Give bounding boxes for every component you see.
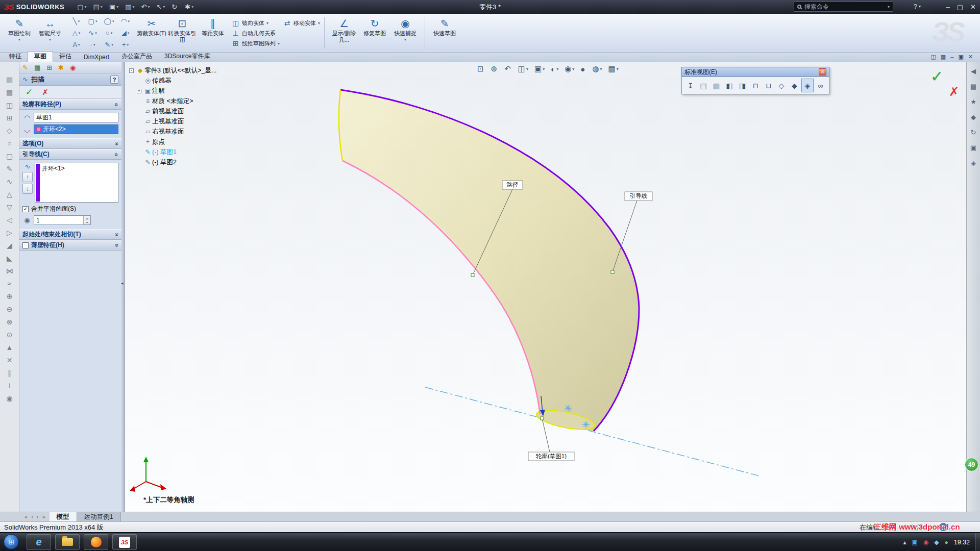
tree-item[interactable]: ◎ 传感器 <box>137 76 216 86</box>
tree-item[interactable]: ✎ (-) 草图1 <box>137 147 216 157</box>
taskpane-tab-icon[interactable]: ◆ <box>971 113 976 121</box>
new-icon[interactable]: ▢▾ <box>75 3 89 11</box>
path-curve-edge[interactable] <box>342 161 540 414</box>
tree-item[interactable]: ▱ 右视基准面 <box>137 127 216 137</box>
view-orientation-icon[interactable]: ▣▾ <box>534 64 545 73</box>
tab-nav-arrow[interactable]: ‹ <box>31 514 33 520</box>
left-toolbar-icon[interactable]: ◫ <box>6 101 13 109</box>
guide-callout[interactable]: 引导线 <box>625 192 652 201</box>
sketch-tool-icon[interactable]: ▢▾ <box>85 16 101 27</box>
collapse-icon[interactable]: « <box>113 103 120 106</box>
viewport[interactable]: 路径 引导线 轮廓(草图1) - ◆ 零件3 (默认<<默认>_显... <box>125 62 966 512</box>
section-tangency[interactable]: 起始处/结束处相切(T) « <box>19 229 121 240</box>
viewport-split-icon[interactable]: ◫ <box>930 54 936 60</box>
tray-app-red-icon[interactable]: ◉ <box>923 539 928 546</box>
search-dropdown-icon[interactable]: ▾ <box>888 5 890 9</box>
view-settings-icon[interactable]: ▦▾ <box>608 64 619 73</box>
view-orientation-button[interactable]: ⊓ <box>749 79 761 92</box>
pm-tab-icon[interactable]: ◉ <box>70 64 76 71</box>
taskpane-tab-icon[interactable]: ▤ <box>970 83 976 90</box>
taskpane-tab-icon[interactable]: ◈ <box>971 159 976 167</box>
pm-tab-icon[interactable]: ✱ <box>58 64 64 71</box>
tab-nav-arrow[interactable]: » <box>42 514 45 520</box>
close-icon[interactable]: ✕ <box>819 68 826 76</box>
quick-snaps-button[interactable]: ◉快速捕捉▾ <box>390 15 421 51</box>
expand-box-icon[interactable]: - <box>129 68 134 73</box>
command-tab[interactable]: 3DSource零件库 <box>158 52 216 62</box>
left-toolbar-icon[interactable]: ◉ <box>6 394 12 403</box>
guide-curve-list[interactable]: 开环<1> <box>35 163 118 203</box>
left-toolbar-icon[interactable]: ○ <box>7 139 11 147</box>
network-icon[interactable]: ◆ <box>934 539 939 546</box>
view-orientation-button[interactable]: ◆ <box>789 79 800 92</box>
view-orientation-button[interactable]: ◧ <box>723 79 735 92</box>
open-icon[interactable]: ▤▾ <box>91 3 105 11</box>
tab-nav-arrow[interactable]: « <box>24 514 28 520</box>
view-orientation-button[interactable]: ▤ <box>697 79 709 92</box>
section-view-icon[interactable]: ◫▾ <box>518 64 528 73</box>
cancel-button[interactable]: ✗ <box>42 88 48 97</box>
left-toolbar-icon[interactable]: ⊖ <box>7 305 13 313</box>
taskpane-tab-icon[interactable]: ↻ <box>971 129 976 136</box>
close-doc-icon[interactable]: ✕ <box>968 54 973 60</box>
help-button[interactable]: ?▾ <box>914 3 921 10</box>
pm-tab-icon[interactable]: ▦ <box>34 64 40 71</box>
sketch-tool-icon[interactable]: ✎▾ <box>101 39 117 51</box>
save-icon[interactable]: ▣▾ <box>107 3 121 11</box>
move-down-button[interactable]: ↓ <box>22 184 33 194</box>
left-toolbar-icon[interactable]: ◇ <box>7 127 12 135</box>
document-tab[interactable]: 模型 <box>50 512 77 521</box>
repair-sketch-button[interactable]: ↻修复草图 <box>359 15 390 51</box>
view-orientation-button[interactable]: ↧ <box>684 79 696 92</box>
command-tab[interactable]: 评估 <box>53 52 78 62</box>
confirm-ok-button[interactable]: ✓ <box>930 67 943 85</box>
explorer-taskbar-button[interactable] <box>55 534 80 550</box>
left-toolbar-icon[interactable]: ▲ <box>6 343 13 352</box>
thin-feature-checkbox[interactable] <box>22 242 29 248</box>
display-delete-relations-button[interactable]: ∠显示/删除几... <box>329 15 359 51</box>
pm-tab-icon[interactable]: ⊞ <box>46 64 52 71</box>
left-toolbar-icon[interactable]: ✕ <box>7 356 13 364</box>
left-toolbar-icon[interactable]: △ <box>7 190 12 198</box>
profile-ellipse[interactable] <box>535 407 596 433</box>
tab-nav-arrow[interactable]: › <box>37 514 39 520</box>
tree-item[interactable]: ▱ 前视基准面 <box>137 106 216 116</box>
sketch-tool-icon[interactable]: ◯▾ <box>101 16 117 27</box>
left-toolbar-icon[interactable]: ≈ <box>8 280 12 288</box>
left-toolbar-icon[interactable]: ✎ <box>7 165 13 173</box>
minimize-doc-icon[interactable]: – <box>950 54 953 60</box>
auto-relations-button[interactable]: ⊥自动几何关系 <box>231 29 280 37</box>
offset-entities-button[interactable]: ∥等距实体 <box>198 15 228 51</box>
command-tab[interactable]: 草图 <box>28 51 53 62</box>
sketch-tool-icon[interactable]: ◢▾ <box>117 28 133 39</box>
left-toolbar-icon[interactable]: ▷ <box>7 229 12 237</box>
maximize-button[interactable]: ▢ <box>957 3 963 11</box>
show-desktop-button[interactable] <box>975 533 980 551</box>
ok-button[interactable]: ✓ <box>26 87 33 97</box>
view-orientation-button[interactable]: ∞ <box>815 79 826 92</box>
spinner-arrows[interactable]: ▴▾ <box>83 216 90 224</box>
guide-curve-edge[interactable] <box>340 90 639 431</box>
left-toolbar-icon[interactable]: ◣ <box>7 254 12 262</box>
left-toolbar-icon[interactable]: ⊙ <box>7 331 13 339</box>
construction-line[interactable] <box>425 387 760 476</box>
edit-appearance-icon[interactable]: ● <box>580 65 586 73</box>
start-button[interactable]: ⊞ <box>4 534 19 549</box>
end-cap-edge[interactable] <box>339 90 342 161</box>
hide-show-icon[interactable]: ◉▾ <box>565 64 574 73</box>
rapid-sketch-button[interactable]: ✎快速草图 <box>429 15 460 51</box>
display-style-icon[interactable]: ◐▾ <box>551 65 558 73</box>
left-toolbar-icon[interactable]: ⊥ <box>6 382 12 390</box>
command-tab[interactable]: DimXpert <box>78 53 115 62</box>
profile-callout[interactable]: 轮廓(草图1) <box>528 452 574 461</box>
sketch-tool-icon[interactable]: ◠▾ <box>117 16 133 27</box>
left-toolbar-icon[interactable]: ∥ <box>8 369 11 377</box>
view-orientation-button[interactable]: ▥ <box>710 79 722 92</box>
left-toolbar-icon[interactable]: ▤ <box>6 88 13 96</box>
expand-icon[interactable]: « <box>113 142 120 145</box>
model-canvas[interactable]: 路径 引导线 轮廓(草图1) <box>125 62 966 512</box>
options-icon[interactable]: ✱▾ <box>182 3 196 11</box>
pm-tab-icon[interactable]: ✎ <box>22 64 28 71</box>
taskpane-tab-icon[interactable]: ★ <box>970 98 976 106</box>
expand-box-icon[interactable]: + <box>137 89 141 93</box>
